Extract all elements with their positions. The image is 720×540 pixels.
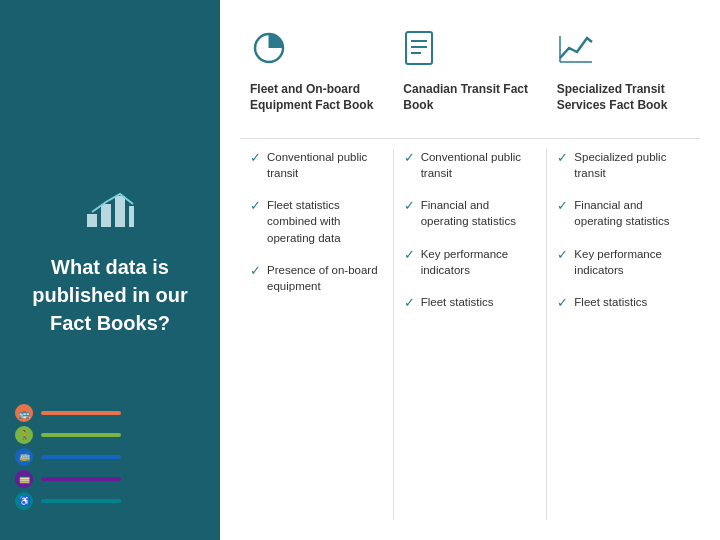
checkmark-icon: ✓ [404, 198, 415, 213]
item-text: Fleet statistics [574, 294, 647, 310]
item-text: Conventional public transit [267, 149, 383, 181]
accessible-dot: ♿ [15, 492, 33, 510]
document-icon [403, 30, 536, 74]
pie-chart-icon [250, 30, 383, 74]
list-item: ✓ Fleet statistics [557, 294, 690, 310]
col-title-specialized: Specialized Transit Services Fact Book [557, 82, 690, 113]
checkmark-icon: ✓ [404, 150, 415, 165]
col-body-specialized: ✓ Specialized public transit ✓ Financial… [546, 149, 700, 520]
bus-line [41, 411, 121, 415]
item-text: Specialized public transit [574, 149, 690, 181]
accessible-line [41, 499, 121, 503]
col-body-canadian: ✓ Conventional public transit ✓ Financia… [393, 149, 547, 520]
transport-rail: 🚃 [15, 470, 121, 488]
checkmark-icon: ✓ [557, 247, 568, 262]
checkmark-icon: ✓ [404, 295, 415, 310]
item-text: Financial and operating statistics [421, 197, 537, 229]
transport-walk: 🚶 [15, 426, 121, 444]
checkmark-icon: ✓ [404, 247, 415, 262]
svg-rect-3 [129, 206, 134, 227]
sidebar-title: What data is published in our Fact Books… [20, 253, 200, 337]
col-header-fleet: Fleet and On-board Equipment Fact Book [240, 30, 393, 113]
checkmark-icon: ✓ [250, 150, 261, 165]
checkmark-icon: ✓ [557, 150, 568, 165]
checkmark-icon: ✓ [250, 263, 261, 278]
header-divider [240, 138, 700, 139]
transport-legend: 🚌 🚶 🚎 🚃 ♿ [15, 404, 121, 510]
checkmark-icon: ✓ [557, 198, 568, 213]
trolley-dot: 🚎 [15, 448, 33, 466]
list-item: ✓ Key performance indicators [557, 246, 690, 278]
list-item: ✓ Key performance indicators [404, 246, 537, 278]
item-text: Fleet statistics combined with operating… [267, 197, 383, 245]
item-text: Fleet statistics [421, 294, 494, 310]
column-bodies: ✓ Conventional public transit ✓ Fleet st… [240, 149, 700, 520]
list-item: ✓ Specialized public transit [557, 149, 690, 181]
svg-rect-2 [115, 196, 125, 227]
col-title-fleet: Fleet and On-board Equipment Fact Book [250, 82, 383, 113]
trend-chart-icon [557, 30, 690, 74]
sidebar-bar-icon [85, 184, 135, 238]
item-text: Financial and operating statistics [574, 197, 690, 229]
list-item: ✓ Presence of on-board equipment [250, 262, 383, 294]
transport-accessible: ♿ [15, 492, 121, 510]
list-item: ✓ Financial and operating statistics [404, 197, 537, 229]
col-header-specialized: Specialized Transit Services Fact Book [547, 30, 700, 113]
list-item: ✓ Financial and operating statistics [557, 197, 690, 229]
col-title-canadian: Canadian Transit Fact Book [403, 82, 536, 113]
walk-line [41, 433, 121, 437]
transport-trolley: 🚎 [15, 448, 121, 466]
svg-rect-1 [101, 204, 111, 227]
item-text: Presence of on-board equipment [267, 262, 383, 294]
trolley-line [41, 455, 121, 459]
rail-line [41, 477, 121, 481]
list-item: ✓ Conventional public transit [404, 149, 537, 181]
svg-rect-0 [87, 214, 97, 227]
item-text: Key performance indicators [574, 246, 690, 278]
list-item: ✓ Conventional public transit [250, 149, 383, 181]
sidebar: What data is published in our Fact Books… [0, 0, 220, 540]
rail-dot: 🚃 [15, 470, 33, 488]
bus-dot: 🚌 [15, 404, 33, 422]
main-content: Fleet and On-board Equipment Fact Book C… [220, 0, 720, 540]
col-header-canadian: Canadian Transit Fact Book [393, 30, 546, 113]
item-text: Key performance indicators [421, 246, 537, 278]
list-item: ✓ Fleet statistics combined with operati… [250, 197, 383, 245]
column-headers: Fleet and On-board Equipment Fact Book C… [240, 30, 700, 113]
col-body-fleet: ✓ Conventional public transit ✓ Fleet st… [240, 149, 393, 520]
transport-bus: 🚌 [15, 404, 121, 422]
item-text: Conventional public transit [421, 149, 537, 181]
walk-dot: 🚶 [15, 426, 33, 444]
list-item: ✓ Fleet statistics [404, 294, 537, 310]
checkmark-icon: ✓ [250, 198, 261, 213]
checkmark-icon: ✓ [557, 295, 568, 310]
